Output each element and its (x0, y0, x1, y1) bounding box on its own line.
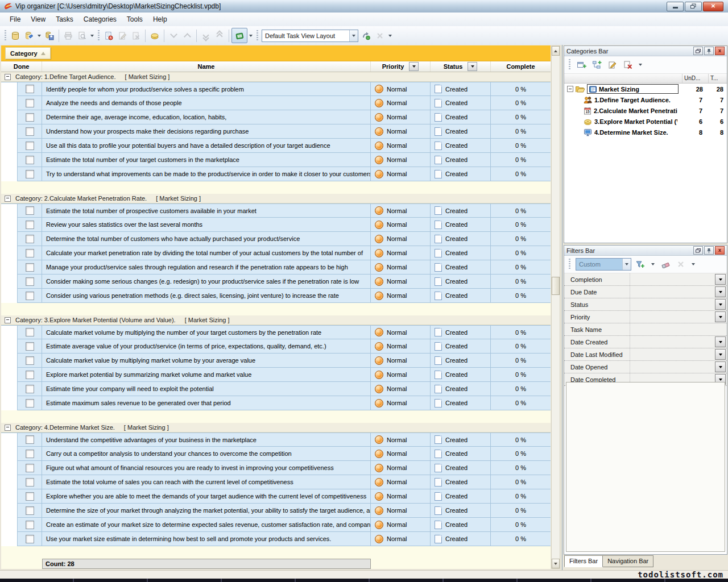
tree-item[interactable]: 15 4.Determine Market Size. 8 8 (564, 127, 727, 138)
complete-cell[interactable]: 0 % (491, 354, 551, 368)
name-cell[interactable]: Try to understand what improvements can … (42, 167, 371, 181)
move-up-button[interactable] (180, 29, 194, 43)
priority-filter-button[interactable] (409, 62, 419, 71)
name-cell[interactable]: Determine the size of your market throug… (42, 504, 371, 518)
priority-cell[interactable]: Normal (371, 232, 431, 246)
name-cell[interactable]: Review your sales statistics over the la… (42, 218, 371, 232)
complete-cell[interactable]: 0 % (491, 339, 551, 354)
complete-cell[interactable]: 0 % (491, 110, 551, 124)
priority-cell[interactable]: Normal (371, 339, 431, 354)
complete-cell[interactable]: 0 % (491, 167, 551, 181)
priority-cell[interactable]: Normal (371, 82, 431, 96)
priority-cell[interactable]: Normal (371, 433, 431, 447)
delete-layout-button[interactable] (373, 29, 387, 43)
task-row[interactable]: Determine the total number of customers … (1, 232, 551, 246)
done-checkbox[interactable] (26, 127, 34, 136)
status-cell[interactable]: Created (431, 289, 491, 303)
column-header-undone[interactable]: UnD... (682, 74, 709, 83)
status-cell[interactable]: Created (431, 504, 491, 518)
new-subcategory-button[interactable] (591, 59, 603, 71)
name-cell[interactable]: Manage your product/service sales throug… (42, 260, 371, 275)
apply-filter-dropdown-icon[interactable] (651, 263, 655, 265)
filter-value[interactable] (630, 273, 714, 285)
priority-cell[interactable]: Normal (371, 447, 431, 461)
priority-cell[interactable]: Normal (371, 124, 431, 139)
complete-cell[interactable]: 0 % (491, 289, 551, 303)
done-checkbox[interactable] (26, 85, 34, 93)
task-row[interactable]: Explore whether you are able to meet the… (1, 489, 551, 504)
done-checkbox[interactable] (26, 142, 34, 150)
task-row[interactable]: Carry out a competitor analysis to under… (1, 447, 551, 461)
status-cell[interactable]: Created (431, 354, 491, 368)
toolbar-grip[interactable] (257, 30, 258, 41)
complete-cell[interactable]: 0 % (491, 232, 551, 246)
dock-tab[interactable]: Navigation Bar (602, 555, 653, 567)
status-cell[interactable]: Created (431, 325, 491, 339)
status-cell[interactable]: Created (431, 139, 491, 153)
column-header-status[interactable]: Status (431, 61, 491, 72)
restore-button[interactable] (685, 2, 702, 11)
priority-cell[interactable]: Normal (371, 354, 431, 368)
minimize-button[interactable] (667, 2, 684, 11)
task-row[interactable]: Review your sales statistics over the la… (1, 218, 551, 232)
name-cell[interactable]: Consider making some serious changes (e.… (42, 275, 371, 289)
name-cell[interactable]: Estimate time your company will need to … (42, 382, 371, 396)
scroll-down-button[interactable] (552, 559, 560, 568)
done-checkbox[interactable] (26, 450, 34, 458)
name-cell[interactable]: Explore market potential by summarizing … (42, 368, 371, 382)
apply-layout-button[interactable] (359, 29, 373, 43)
name-cell[interactable]: Estimate the total number of your target… (42, 153, 371, 167)
priority-cell[interactable]: Normal (371, 461, 431, 475)
name-cell[interactable]: Carry out a competitor analysis to under… (42, 447, 371, 461)
task-row[interactable]: Create an estimate of your market size t… (1, 518, 551, 532)
move-top-button[interactable] (213, 29, 226, 43)
scroll-up-button[interactable] (552, 46, 560, 56)
priority-cell[interactable]: Normal (371, 368, 431, 382)
print-preview-dropdown-icon[interactable] (90, 35, 94, 37)
name-cell[interactable]: Explore whether you are able to meet the… (42, 489, 371, 504)
name-cell[interactable]: Determine their age, average income, edu… (42, 110, 371, 124)
complete-cell[interactable]: 0 % (491, 475, 551, 489)
status-cell[interactable]: Created (431, 167, 491, 181)
filter-row[interactable]: Date Opened (564, 361, 727, 373)
move-down-button[interactable] (167, 29, 180, 43)
task-row[interactable]: Estimate maximum sales revenue to be gen… (1, 396, 551, 410)
filter-dropdown-button[interactable] (715, 361, 726, 372)
task-row[interactable]: Try to understand what improvements can … (1, 167, 551, 181)
task-row[interactable]: Estimate the total number of prospective… (1, 203, 551, 218)
panel-pin-button[interactable] (704, 47, 714, 55)
layout-combo-arrow[interactable] (349, 30, 358, 41)
tree-root-row[interactable]: Market Sizing 28 28 (564, 84, 727, 94)
name-cell[interactable]: Estimate the total number of prospective… (42, 203, 371, 218)
task-row[interactable]: Estimate average value of your product/s… (1, 339, 551, 354)
priority-cell[interactable]: Normal (371, 532, 431, 546)
column-header-priority[interactable]: Priority (371, 61, 431, 72)
complete-cell[interactable]: 0 % (491, 532, 551, 546)
filter-row[interactable]: Date Created (564, 336, 727, 348)
status-filter-button[interactable] (468, 62, 477, 71)
panel-pin-button[interactable] (704, 246, 714, 255)
status-cell[interactable]: Created (431, 218, 491, 232)
filter-row[interactable]: Date Last Modified (564, 348, 727, 361)
filter-dropdown-button[interactable] (715, 299, 726, 310)
name-cell[interactable]: Create an estimate of your market size t… (42, 518, 371, 532)
complete-cell[interactable]: 0 % (491, 382, 551, 396)
done-checkbox[interactable] (26, 113, 34, 122)
collapse-icon[interactable] (5, 425, 11, 431)
filter-dropdown-button[interactable] (715, 336, 726, 347)
done-checkbox[interactable] (26, 506, 34, 515)
complete-cell[interactable]: 0 % (491, 447, 551, 461)
complete-cell[interactable]: 0 % (491, 260, 551, 275)
panel-restore-button[interactable] (693, 246, 703, 255)
done-checkbox[interactable] (26, 156, 34, 164)
tree-item[interactable]: 15 2.Calculate Market Penetration Rate. … (564, 105, 727, 116)
done-checkbox[interactable] (26, 235, 34, 243)
open-database-button[interactable] (22, 29, 36, 43)
filter-dropdown-button[interactable] (715, 311, 726, 322)
filter-row[interactable]: Completion (564, 273, 727, 286)
done-checkbox[interactable] (26, 492, 34, 501)
name-cell[interactable]: Calculate market volume by multiplying t… (42, 325, 371, 339)
done-checkbox[interactable] (26, 521, 34, 529)
category-group-header[interactable]: Category: 2.Calculate Market Penetration… (1, 194, 551, 203)
priority-cell[interactable]: Normal (371, 275, 431, 289)
